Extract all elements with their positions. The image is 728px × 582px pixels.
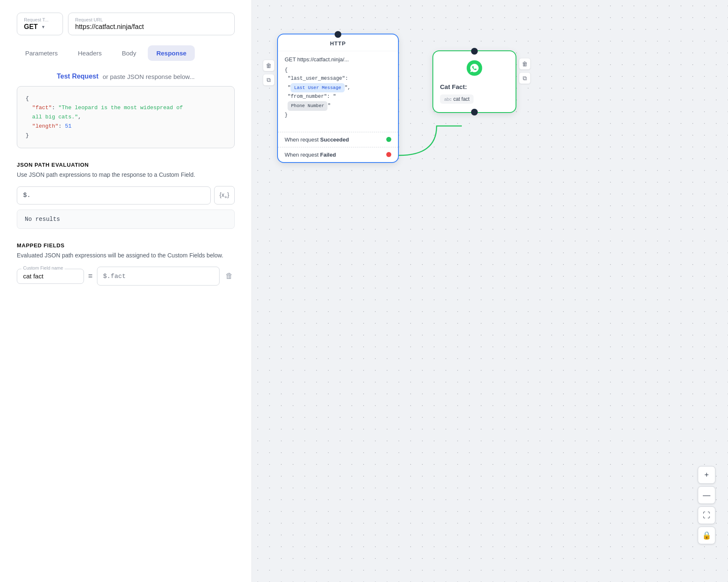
mapped-fields-title: MAPPED FIELDS	[17, 242, 235, 249]
canvas-panel: 🗑 ⧉ HTTP GET https://catfact.ninja/... {…	[252, 0, 728, 582]
delete-mapped-field-button[interactable]: 🗑	[224, 270, 235, 282]
request-row: Request T... GET ▾ Request URL https://c…	[17, 13, 235, 35]
request-type-box[interactable]: Request T... GET ▾	[17, 13, 63, 35]
last-user-message-tag: Last User Message	[291, 83, 344, 93]
equals-sign: =	[88, 272, 93, 281]
tab-headers[interactable]: Headers	[70, 45, 110, 61]
json-path-field-value: $.fact	[103, 273, 126, 280]
request-url-value: https://catfact.ninja/fact	[75, 23, 228, 31]
whatsapp-dot-top	[471, 48, 478, 55]
zoom-in-button[interactable]: +	[698, 466, 715, 484]
json-open-brace: {	[285, 67, 288, 73]
variable-button[interactable]: {x+}	[214, 186, 235, 204]
status-succeeded-item: When request Succeeded	[278, 132, 398, 147]
test-request-row: Test Request or paste JSON response belo…	[17, 73, 235, 80]
json-path-input[interactable]	[17, 186, 211, 204]
json-path-row: {x+}	[17, 186, 235, 204]
succeeded-dot	[386, 137, 391, 142]
whatsapp-node: 🗑 ⧉ Cat Fact: abc cat fact	[432, 50, 516, 113]
request-url-box: Request URL https://catfact.ninja/fact	[68, 13, 235, 35]
status-failed-item: When request Failed	[278, 147, 398, 162]
whatsapp-icon	[466, 60, 483, 80]
json-path-field-box[interactable]: $.fact	[97, 267, 220, 286]
http-node-body: GET https://catfact.ninja/... { "last_us…	[278, 51, 398, 128]
tab-response[interactable]: Response	[148, 45, 195, 61]
request-type-value: GET	[24, 23, 38, 31]
custom-field-name-label: Custom Field name	[21, 265, 65, 270]
http-node-json-preview: { "last_user_message": "Last User Messag…	[285, 66, 391, 119]
test-request-link[interactable]: Test Request	[57, 73, 98, 80]
json-path-section-title: JSON PATH EVALUATION	[17, 162, 235, 168]
whatsapp-node-copy-button[interactable]: ⧉	[519, 72, 531, 84]
from-number-key: "from_number": "	[288, 94, 336, 100]
no-results-box: No results	[17, 210, 235, 229]
phone-number-tag: Phone Number	[288, 101, 327, 111]
json-response-box: { "fact": "The leopard is the most wides…	[17, 86, 235, 148]
custom-field-name-box: Custom Field name cat fact	[17, 269, 84, 284]
variable-icon: {x+}	[220, 191, 229, 199]
json-length-key: "length"	[32, 123, 58, 129]
lock-icon: 🔒	[702, 531, 711, 540]
canvas-toolbar: + — ⛶ 🔒	[698, 466, 715, 544]
custom-field-name-value: cat fact	[23, 273, 43, 280]
whatsapp-dot-bottom	[471, 109, 478, 115]
json-path-section-desc: Use JSON path expressions to map the res…	[17, 170, 235, 179]
abc-label: abc	[444, 97, 452, 102]
json-length-value: 51	[65, 123, 72, 129]
http-node-copy-button[interactable]: ⧉	[263, 74, 275, 86]
mapped-fields-desc: Evaluated JSON path expressions will be …	[17, 251, 235, 260]
json-fact-key: "fact"	[32, 105, 52, 111]
mapped-fields-row: Custom Field name cat fact = $.fact 🗑	[17, 267, 235, 286]
http-node-status-row: When request Succeeded When request Fail…	[278, 132, 398, 162]
http-node: 🗑 ⧉ HTTP GET https://catfact.ninja/... {…	[277, 34, 399, 163]
cat-fact-tag-value: cat fact	[453, 96, 470, 102]
http-node-delete-button[interactable]: 🗑	[263, 60, 275, 71]
fit-view-button[interactable]: ⛶	[698, 506, 715, 524]
status-failed-text: When request Failed	[285, 152, 336, 158]
or-paste-text: or paste JSON response below...	[103, 73, 195, 80]
status-succeeded-text: When request Succeeded	[285, 136, 349, 143]
chevron-down-icon: ▾	[42, 24, 45, 30]
tab-parameters[interactable]: Parameters	[17, 45, 66, 61]
tab-body[interactable]: Body	[113, 45, 144, 61]
request-type-label: Request T...	[24, 17, 49, 22]
http-node-get-url: GET https://catfact.ninja/...	[285, 56, 391, 63]
cat-fact-tag: abc cat fact	[440, 94, 474, 104]
whatsapp-node-actions: 🗑 ⧉	[519, 58, 531, 84]
last-user-message-key: "last_user_message":	[288, 76, 348, 81]
fit-view-icon: ⛶	[703, 511, 710, 520]
no-results-text: No results	[25, 216, 60, 223]
request-url-label: Request URL	[75, 17, 228, 22]
whatsapp-node-title: Cat Fact:	[440, 83, 467, 90]
json-close-brace: }	[285, 112, 288, 118]
lock-button[interactable]: 🔒	[698, 527, 715, 544]
zoom-in-icon: +	[704, 471, 709, 480]
whatsapp-node-delete-button[interactable]: 🗑	[519, 58, 531, 70]
trash-icon: 🗑	[225, 272, 233, 280]
http-node-dot-top	[335, 31, 341, 38]
zoom-out-button[interactable]: —	[698, 486, 715, 504]
tabs-row: Parameters Headers Body Response	[17, 45, 235, 61]
left-panel: Request T... GET ▾ Request URL https://c…	[0, 0, 252, 582]
zoom-out-icon: —	[703, 491, 710, 500]
failed-dot	[386, 152, 391, 157]
